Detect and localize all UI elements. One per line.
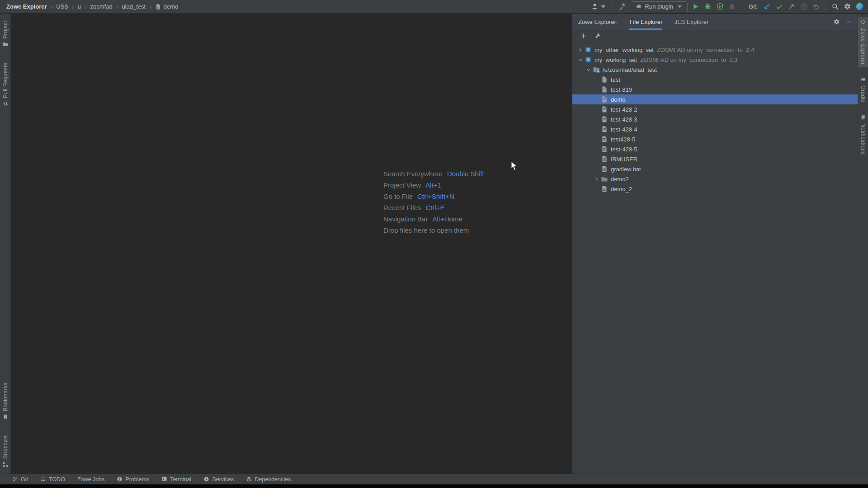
statusbar-item-git[interactable]: Git <box>12 476 28 483</box>
tool-window-header-actions <box>832 14 853 30</box>
tree-item-suffix: ZOSMFAD on my_connection_to_2.3 <box>640 56 737 63</box>
add-button[interactable] <box>579 32 587 41</box>
tab-file-explorer[interactable]: File Explorer <box>629 14 662 30</box>
tree-item-label: demo_2 <box>611 186 632 192</box>
stripe-button-label: Notifications <box>860 123 866 155</box>
gear-button[interactable] <box>832 18 840 27</box>
stripe-button-notifications[interactable]: Notifications <box>858 112 868 157</box>
statusbar-item-dependencies[interactable]: Dependencies <box>246 476 291 483</box>
statusbar-item-problems[interactable]: Problems <box>117 476 149 483</box>
chevron-slot[interactable] <box>592 177 601 182</box>
minimize-button[interactable] <box>845 18 853 27</box>
commit-button[interactable] <box>775 2 783 11</box>
stripe-button-label: Project <box>2 21 9 38</box>
stripe-button-structure[interactable]: Structure <box>0 433 10 470</box>
tree-item-label: my_other_working_set <box>594 47 654 53</box>
run-configuration-combo[interactable]: Run plugin <box>631 1 688 12</box>
tree-item-test[interactable]: test <box>572 75 858 84</box>
services-icon <box>203 476 209 482</box>
breadcrumb: Zowe Explorer›USS›u›zosmfad›ulad_test›de… <box>6 3 178 10</box>
debug-button[interactable] <box>704 2 712 11</box>
tree-item-suffix: ZOSMFAD on my_connection_to_2.4 <box>657 47 754 53</box>
add-icon <box>580 33 587 39</box>
file-icon <box>601 96 608 103</box>
tree-item-my-working-set[interactable]: my_working_setZOSMFAD on my_connection_t… <box>572 55 858 65</box>
drop-files-hint: Drop files here to open them <box>383 225 484 236</box>
problems-icon <box>117 476 123 482</box>
tab-jes-explorer[interactable]: JES Explorer <box>674 14 708 30</box>
editor-area[interactable] <box>11 14 572 474</box>
tree-item-gradlew-bat[interactable]: gradlew.bat <box>572 164 858 174</box>
file-icon <box>601 126 608 133</box>
tree-item-test428-5[interactable]: test428-5 <box>572 134 858 144</box>
stripe-button-pull-requests[interactable]: Pull Requests <box>0 61 10 109</box>
shortcut-hint-key: Alt+1 <box>425 181 441 189</box>
search-button[interactable] <box>831 2 839 11</box>
chevron-down-icon <box>578 57 583 62</box>
breadcrumb-item-u[interactable]: u <box>78 3 81 10</box>
git-branch-icon <box>12 476 18 482</box>
avatar-button[interactable] <box>855 2 863 11</box>
statusbar-item-label: TODO <box>49 476 65 483</box>
file-icon <box>601 136 608 143</box>
stripe-button-zowe-explorer[interactable]: Zowe Explorer <box>858 17 868 67</box>
chevron-slot[interactable] <box>584 67 593 72</box>
breadcrumb-item-uss[interactable]: USS <box>56 3 68 10</box>
bookmarks-icon <box>2 414 9 420</box>
tree-item-label: test-819 <box>611 86 632 93</box>
file-icon <box>601 185 608 192</box>
tree-item-test-428-4[interactable]: test-428-4 <box>572 124 858 134</box>
file-icon <box>601 86 608 93</box>
push-button[interactable] <box>787 2 795 11</box>
hammer-button[interactable] <box>618 2 627 11</box>
update-button[interactable] <box>763 2 771 11</box>
chevron-right-icon <box>578 47 583 52</box>
shortcut-hint-rows: Search EverywhereDouble ShiftProject Vie… <box>383 168 484 236</box>
tree-item-label: test-428-3 <box>611 116 637 123</box>
tree-item-test-428-2[interactable]: test-428-2 <box>572 104 858 114</box>
statusbar-item-zowe-jobs[interactable]: Zowe Jobs <box>77 476 104 483</box>
working-set-icon <box>585 46 592 53</box>
breadcrumb-item-ulad-test[interactable]: ulad_test <box>122 3 146 10</box>
tree-item-u-zosmfad-ulad-test[interactable]: /u/zosmfad/ulad_test <box>572 65 858 75</box>
zowe-icon <box>860 19 866 25</box>
settings-button[interactable] <box>843 2 851 11</box>
notifications-icon <box>860 114 866 121</box>
stripe-button-label: Pull Requests <box>2 63 9 98</box>
terminal-icon <box>161 476 167 482</box>
chevron-slot[interactable] <box>576 47 585 52</box>
stripe-button-gradle[interactable]: Gradle <box>858 74 868 105</box>
wrench-button[interactable] <box>594 32 602 41</box>
statusbar-item-todo[interactable]: TODO <box>40 476 65 483</box>
tool-window-tabs: File ExplorerJES Explorer <box>629 14 720 30</box>
tree-item-demo2[interactable]: demo2 <box>572 174 858 184</box>
toolbar-divider <box>613 3 613 11</box>
breadcrumb-item-zowe-explorer[interactable]: Zowe Explorer <box>6 3 47 10</box>
breadcrumb-item-zosmfad[interactable]: zosmfad <box>90 3 113 10</box>
statusbar-item-services[interactable]: Services <box>203 476 234 483</box>
coverage-button[interactable] <box>716 2 724 11</box>
stripe-button-bookmarks[interactable]: Bookmarks <box>0 380 10 422</box>
file-icon <box>601 76 608 83</box>
file-icon <box>601 145 608 153</box>
statusbar-item-terminal[interactable]: Terminal <box>161 476 191 483</box>
tree-item-demo[interactable]: demo <box>572 94 858 104</box>
chevron-slot[interactable] <box>576 57 585 62</box>
breadcrumb-item-demo[interactable]: demo <box>164 3 179 10</box>
shortcut-hint-label: Go to File <box>383 192 413 200</box>
shortcut-hint-key: Ctrl+Shift+N <box>417 192 454 200</box>
tree-item-test-428-3[interactable]: test-428-3 <box>572 114 858 124</box>
user-button[interactable] <box>591 2 607 11</box>
stripe-button-label: Gradle <box>860 85 866 103</box>
file-icon <box>601 165 608 173</box>
tree-item-my-other-working-set[interactable]: my_other_working_setZOSMFAD on my_connec… <box>572 45 858 55</box>
folder-icon <box>601 175 608 183</box>
run-button[interactable] <box>692 2 700 11</box>
rollback-button[interactable] <box>811 2 820 11</box>
left-tool-window-stripe: ProjectPull Requests BookmarksStructure <box>0 14 11 474</box>
stripe-button-project[interactable]: Project <box>0 19 10 50</box>
tree-item-ibmuser[interactable]: IBMUSER <box>572 154 858 164</box>
tree-item-test-428-5[interactable]: test-428-5 <box>572 144 858 154</box>
tree-item-test-819[interactable]: test-819 <box>572 84 858 94</box>
tree-item-demo-2[interactable]: demo_2 <box>572 184 858 194</box>
